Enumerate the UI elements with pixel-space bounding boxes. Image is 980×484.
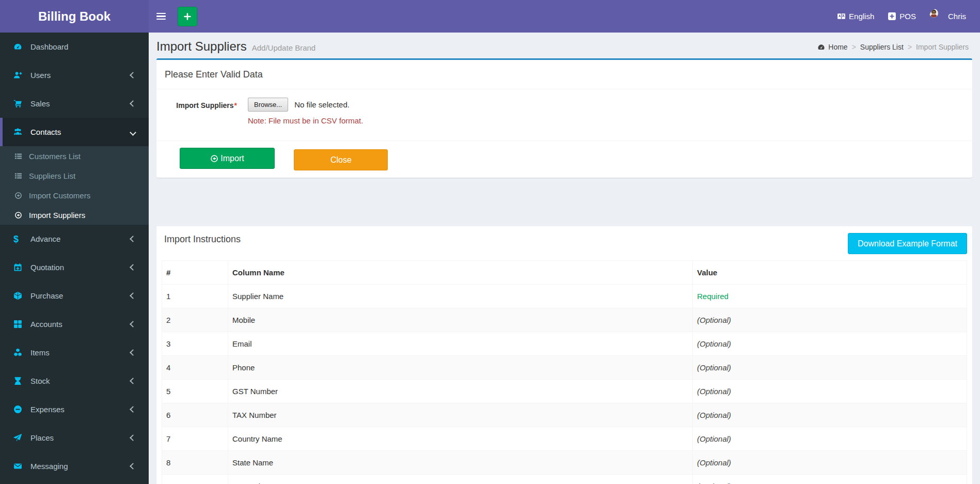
browse-button[interactable]: Browse...	[248, 98, 288, 112]
sidebar-item-messaging[interactable]: Messaging	[0, 452, 149, 480]
sidebar-subitem-label: Suppliers List	[29, 171, 75, 180]
minus-circle-icon	[13, 405, 24, 414]
chevron-left-icon	[130, 434, 136, 441]
users-icon	[13, 128, 24, 136]
sidebar-item-label: Contacts	[30, 128, 61, 136]
import-form-card: Please Enter Valid Data Import Suppliers…	[156, 58, 972, 178]
arrow-circle-left-icon	[14, 211, 24, 219]
sidebar-item-advance[interactable]: $ Advance	[0, 225, 149, 253]
language-label: English	[849, 12, 874, 21]
language-menu[interactable]: English	[830, 0, 881, 33]
sidebar-item-label: Messaging	[30, 462, 68, 471]
chevron-left-icon	[130, 100, 136, 107]
instructions-table: # Column Name Value 1 Supplier Name Requ…	[162, 260, 967, 484]
sidebar-item-expenses[interactable]: Expenses	[0, 395, 149, 424]
value-optional: (Optional)	[693, 475, 967, 484]
sidebar-item-users[interactable]: Users	[0, 61, 149, 89]
pos-label: POS	[899, 12, 916, 21]
table-row: 6 TAX Number (Optional)	[162, 403, 967, 427]
quick-add-button[interactable]	[178, 7, 197, 26]
sidebar-item-label: Stock	[30, 377, 50, 385]
sidebar-item-label: Purchase	[30, 291, 63, 300]
sidebar-item-label: Users	[30, 71, 51, 80]
chevron-left-icon	[130, 349, 136, 356]
breadcrumb-suppliers-list[interactable]: Suppliers List	[860, 43, 904, 51]
sidebar-item-items[interactable]: Items	[0, 338, 149, 367]
user-plus-icon	[13, 71, 24, 80]
chevron-left-icon	[130, 292, 136, 299]
paper-plane-icon	[13, 433, 24, 442]
sidebar-subitem-suppliers-list[interactable]: Suppliers List	[0, 166, 149, 185]
table-row: 7 Country Name (Optional)	[162, 427, 967, 451]
plus-icon	[183, 12, 192, 21]
col-header-column-name: Column Name	[228, 261, 693, 285]
content-area: Import Suppliers Add/Update Brand Home >…	[149, 33, 980, 484]
col-header-num: #	[162, 261, 228, 285]
card-heading: Please Enter Valid Data	[156, 60, 972, 89]
chevron-down-icon	[130, 129, 136, 136]
cubes-icon	[13, 348, 24, 357]
chevron-left-icon	[130, 378, 136, 384]
sidebar-item-contacts[interactable]: Contacts	[0, 118, 149, 146]
required-asterisk: *	[234, 101, 237, 110]
table-row: 1 Supplier Name Required	[162, 285, 967, 308]
download-example-button[interactable]: Download Example Format	[848, 233, 967, 254]
sidebar-item-purchase[interactable]: Purchase	[0, 282, 149, 310]
plus-square-icon	[888, 12, 896, 21]
table-row: 5 GST Number (Optional)	[162, 380, 967, 403]
list-icon	[14, 172, 24, 180]
sidebar-item-label: Quotation	[30, 263, 64, 272]
user-menu[interactable]: Chris	[923, 0, 973, 33]
sidebar-subitem-import-suppliers[interactable]: Import Suppliers	[0, 205, 149, 225]
sidebar-subitem-label: Import Customers	[29, 191, 90, 200]
sidebar-item-label: Accounts	[30, 320, 62, 329]
avatar	[929, 9, 945, 24]
app-title: Billing Book	[38, 9, 110, 24]
sidebar-item-sales[interactable]: Sales	[0, 89, 149, 118]
instructions-header: Import Instructions Download Example For…	[156, 226, 972, 260]
language-icon	[837, 12, 846, 21]
navbar: English POS	[149, 0, 980, 33]
sidebar-item-label: Advance	[30, 235, 60, 243]
table-row: 4 Phone (Optional)	[162, 356, 967, 380]
breadcrumb: Home > Suppliers List > Import Suppliers	[817, 43, 969, 51]
import-button[interactable]: Import	[180, 148, 275, 169]
value-optional: (Optional)	[693, 332, 967, 356]
cart-icon	[13, 99, 24, 108]
navbar-right: English POS	[830, 0, 980, 33]
sidebar: Dashboard Users Sales Contacts	[0, 33, 149, 484]
import-button-label: Import	[220, 154, 244, 163]
breadcrumb-separator: >	[852, 43, 856, 51]
sidebar-item-accounts[interactable]: Accounts	[0, 310, 149, 338]
sidebar-toggle-button[interactable]	[149, 0, 173, 33]
chevron-left-icon	[130, 72, 136, 79]
sidebar-item-places[interactable]: Places	[0, 424, 149, 452]
sidebar-item-quotation[interactable]: Quotation	[0, 253, 149, 282]
chevron-left-icon	[130, 264, 136, 271]
csv-format-note: Note: File must be in CSV format.	[248, 116, 363, 125]
value-optional: (Optional)	[693, 380, 967, 403]
app-logo[interactable]: Billing Book	[0, 0, 149, 33]
sidebar-subitem-import-customers[interactable]: Import Customers	[0, 185, 149, 205]
list-icon	[14, 152, 24, 160]
top-navbar: Billing Book English POS	[0, 0, 980, 33]
breadcrumb-home[interactable]: Home	[828, 43, 847, 51]
arrow-circle-left-icon	[14, 192, 24, 199]
chevron-left-icon	[130, 321, 136, 327]
card-body: Import Suppliers* Browse... No file sele…	[156, 89, 972, 140]
sidebar-item-dashboard[interactable]: Dashboard	[0, 33, 149, 61]
cube-icon	[13, 291, 24, 300]
user-name: Chris	[948, 12, 966, 21]
close-button[interactable]: Close	[294, 149, 388, 170]
dashboard-icon	[13, 42, 24, 51]
table-header-row: # Column Name Value	[162, 261, 967, 285]
grid-icon	[13, 320, 24, 329]
chevron-left-icon	[130, 236, 136, 242]
sidebar-item-stock[interactable]: Stock	[0, 367, 149, 395]
sidebar-subitem-customers-list[interactable]: Customers List	[0, 146, 149, 166]
card-footer: Import Close	[156, 140, 972, 178]
pos-button[interactable]: POS	[881, 0, 923, 33]
table-row: 3 Email (Optional)	[162, 332, 967, 356]
sidebar-subitem-label: Customers List	[29, 152, 81, 161]
import-suppliers-field-label: Import Suppliers*	[165, 98, 237, 110]
